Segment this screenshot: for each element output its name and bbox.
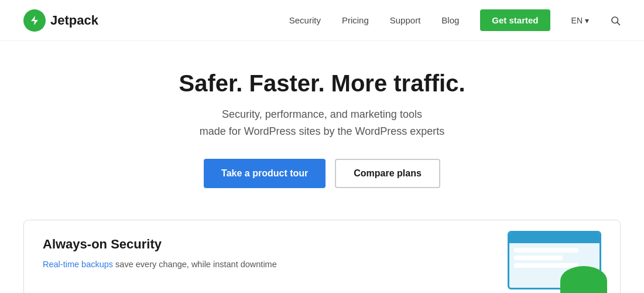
- logo-area: Jetpack: [23, 9, 98, 32]
- get-started-button[interactable]: Get started: [480, 9, 550, 31]
- main-nav: Security Pricing Support Blog Get starte…: [289, 9, 621, 31]
- card-link-text[interactable]: Real-time backups: [43, 260, 113, 269]
- hero-subtitle-line2: made for WordPress sites by the WordPres…: [200, 125, 445, 137]
- card-description: Real-time backups save every change, whi…: [43, 258, 359, 271]
- jetpack-logo-icon: [23, 9, 46, 32]
- logo-text: Jetpack: [50, 13, 98, 28]
- search-button[interactable]: [610, 15, 621, 26]
- security-card: Always-on Security Real-time backups sav…: [23, 220, 621, 293]
- content-line-2: [514, 255, 563, 260]
- header: Jetpack Security Pricing Support Blog Ge…: [0, 0, 644, 41]
- card-description-rest: save every change, while instant downtim…: [113, 260, 277, 269]
- hero-section: Safer. Faster. More traffic. Security, p…: [0, 41, 644, 206]
- nav-support[interactable]: Support: [390, 15, 421, 25]
- nav-blog[interactable]: Blog: [441, 15, 459, 25]
- hero-subtitle: Security, performance, and marketing too…: [12, 106, 632, 140]
- card-title: Always-on Security: [43, 237, 359, 252]
- product-tour-button[interactable]: Take a product tour: [204, 159, 326, 188]
- compare-plans-button[interactable]: Compare plans: [335, 159, 440, 188]
- nav-pricing[interactable]: Pricing: [342, 15, 369, 25]
- hero-subtitle-line1: Security, performance, and marketing too…: [222, 108, 422, 120]
- monitor-bar: [509, 233, 600, 243]
- security-illustration: [484, 231, 601, 289]
- language-selector[interactable]: EN ▾: [571, 16, 589, 25]
- svg-line-2: [617, 22, 619, 25]
- green-hill-graphic: [560, 266, 607, 293]
- nav-security[interactable]: Security: [289, 15, 321, 25]
- svg-marker-0: [31, 16, 38, 25]
- search-icon: [610, 15, 621, 26]
- hero-title: Safer. Faster. More traffic.: [12, 70, 632, 97]
- hero-buttons: Take a product tour Compare plans: [12, 159, 632, 188]
- content-line-1: [514, 248, 578, 253]
- lang-label: EN: [571, 16, 583, 25]
- content-line-3: [514, 263, 578, 268]
- card-text-area: Always-on Security Real-time backups sav…: [43, 237, 359, 271]
- chevron-down-icon: ▾: [585, 16, 589, 25]
